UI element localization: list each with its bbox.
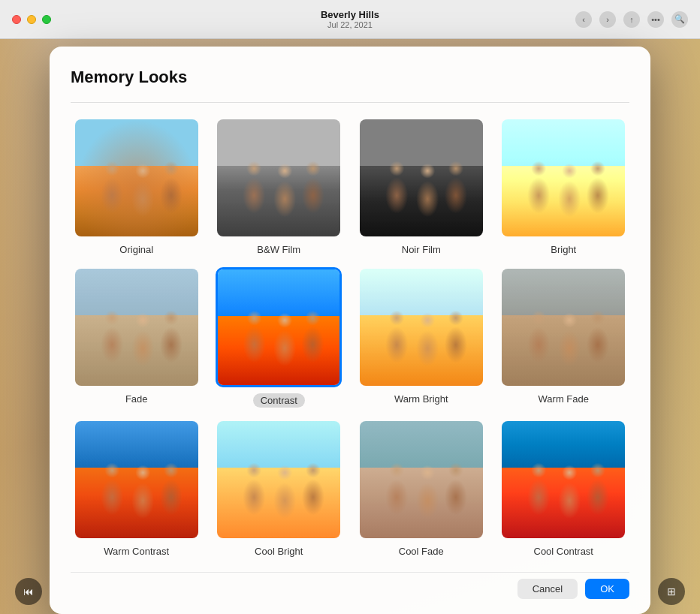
window-title: Beverly Hills (321, 9, 379, 20)
people-overlay-fade (75, 269, 198, 386)
share-button[interactable]: ↑ (623, 11, 640, 28)
look-thumbnail-bright (500, 118, 626, 238)
people-overlay-contrast (218, 269, 339, 385)
more-button[interactable]: ••• (647, 11, 664, 28)
look-item-warm-bright[interactable]: Warm Bright (355, 267, 487, 408)
search-button[interactable]: 🔍 (671, 11, 688, 28)
look-thumbnail-fade (74, 267, 200, 387)
look-label-fade: Fade (125, 393, 148, 405)
look-item-original[interactable]: Original (71, 118, 203, 255)
look-item-cool-fade[interactable]: Cool Fade (355, 420, 487, 557)
look-thumbnail-bw-film (216, 118, 342, 238)
look-thumbnail-cool-contrast (500, 420, 626, 540)
look-item-warm-fade[interactable]: Warm Fade (498, 267, 630, 408)
look-thumbnail-warm-contrast (74, 420, 200, 540)
window-subtitle: Jul 22, 2021 (321, 20, 379, 29)
modal-divider (71, 102, 629, 103)
people-overlay-cool-contrast (502, 421, 625, 538)
traffic-lights (12, 15, 51, 24)
look-thumbnail-warm-bright (358, 267, 484, 387)
people-overlay-bw-film (217, 119, 340, 236)
cancel-button[interactable]: Cancel (517, 579, 578, 599)
people-overlay-warm-bright (360, 269, 483, 386)
look-thumbnail-original (74, 118, 200, 238)
titlebar-center: Beverly Hills Jul 22, 2021 (321, 9, 379, 29)
people-overlay-noir-film (360, 119, 483, 236)
look-thumbnail-cool-bright (216, 420, 342, 540)
look-thumbnail-warm-fade (500, 267, 626, 387)
back-button[interactable]: ‹ (575, 11, 592, 28)
people-overlay-cool-fade (360, 421, 483, 538)
look-item-warm-contrast[interactable]: Warm Contrast (71, 420, 203, 557)
people-overlay-bright (502, 119, 625, 236)
ok-button[interactable]: OK (585, 579, 629, 599)
look-item-noir-film[interactable]: Noir Film (355, 118, 487, 255)
look-thumbnail-noir-film (358, 118, 484, 238)
look-label-cool-contrast: Cool Contrast (534, 546, 593, 557)
titlebar-right: ‹ › ↑ ••• 🔍 (575, 11, 688, 28)
people-overlay-cool-bright (217, 421, 340, 538)
minimize-button[interactable] (27, 15, 36, 24)
look-thumbnail-contrast (216, 267, 342, 387)
modal-title: Memory Looks (71, 68, 629, 87)
grid-button[interactable]: ⊞ (658, 578, 685, 605)
people-overlay-original (75, 119, 198, 236)
look-item-bright[interactable]: Bright (498, 118, 630, 255)
look-item-cool-bright[interactable]: Cool Bright (213, 420, 345, 557)
modal-footer: Cancel OK (71, 572, 629, 599)
look-item-contrast[interactable]: Contrast (213, 267, 345, 408)
forward-button[interactable]: › (599, 11, 616, 28)
look-label-contrast: Contrast (253, 393, 305, 408)
people-overlay-warm-fade (502, 269, 625, 386)
look-label-bright: Bright (551, 244, 576, 255)
memory-looks-modal: Memory Looks OriginalB&W FilmNoir FilmBr… (50, 47, 650, 614)
look-label-warm-fade: Warm Fade (539, 393, 589, 405)
look-label-noir-film: Noir Film (402, 244, 441, 255)
look-item-fade[interactable]: Fade (71, 267, 203, 408)
look-item-bw-film[interactable]: B&W Film (213, 118, 345, 255)
look-label-cool-bright: Cool Bright (255, 546, 303, 557)
look-label-cool-fade: Cool Fade (399, 546, 444, 557)
look-label-bw-film: B&W Film (257, 244, 300, 255)
prev-button[interactable]: ⏮ (15, 578, 42, 605)
looks-grid: OriginalB&W FilmNoir FilmBrightFadeContr… (71, 118, 629, 557)
titlebar: Beverly Hills Jul 22, 2021 ‹ › ↑ ••• 🔍 (0, 0, 700, 39)
look-thumbnail-cool-fade (358, 420, 484, 540)
people-overlay-warm-contrast (75, 421, 198, 538)
look-label-warm-contrast: Warm Contrast (104, 546, 169, 557)
look-item-cool-contrast[interactable]: Cool Contrast (498, 420, 630, 557)
look-label-warm-bright: Warm Bright (394, 393, 448, 405)
app-background: ⏮ ⊞ Memory Looks OriginalB&W FilmNoir Fi… (0, 39, 700, 614)
look-label-original: Original (119, 244, 153, 255)
close-button[interactable] (12, 15, 21, 24)
fullscreen-button[interactable] (42, 15, 51, 24)
